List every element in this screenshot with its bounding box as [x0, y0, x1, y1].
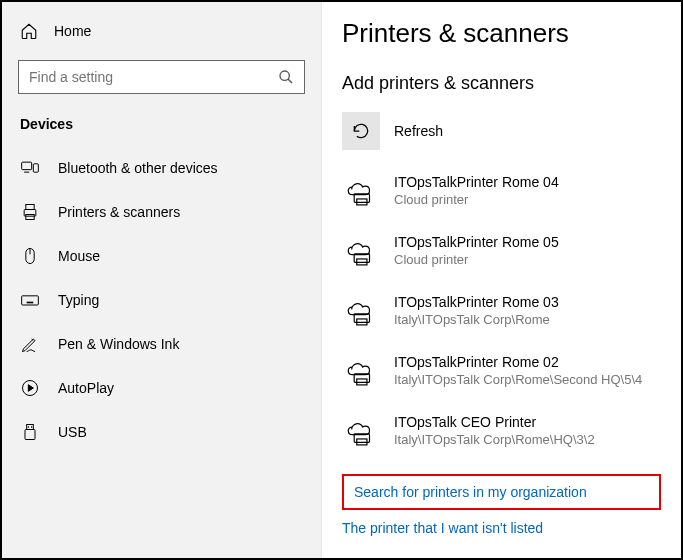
section-title: Add printers & scanners — [342, 73, 661, 94]
svg-rect-6 — [26, 205, 34, 210]
svg-rect-2 — [22, 162, 32, 170]
category-heading: Devices — [2, 112, 321, 146]
printer-card[interactable]: ITOpsTalkPrinter Rome 05Cloud printer — [342, 234, 661, 272]
svg-rect-10 — [22, 296, 39, 305]
devices-icon — [20, 158, 40, 178]
search-input[interactable] — [29, 69, 278, 85]
printer-sub: Italy\ITOpsTalk Corp\Rome\HQ\3\2 — [394, 432, 595, 447]
printer-name: ITOpsTalkPrinter Rome 03 — [394, 294, 559, 310]
keyboard-icon — [20, 290, 40, 310]
page-title: Printers & scanners — [342, 18, 661, 49]
sidebar-item-label: Typing — [58, 292, 99, 308]
link-search-organization[interactable]: Search for printers in my organization — [354, 484, 649, 500]
printer-info: ITOpsTalkPrinter Rome 02Italy\ITOpsTalk … — [394, 354, 642, 387]
refresh-icon — [351, 121, 371, 141]
cloud-printer-icon — [342, 294, 380, 332]
printer-info: ITOpsTalkPrinter Rome 05Cloud printer — [394, 234, 559, 267]
printer-card[interactable]: ITOpsTalkPrinter Rome 02Italy\ITOpsTalk … — [342, 354, 661, 392]
printer-name: ITOpsTalkPrinter Rome 04 — [394, 174, 559, 190]
autoplay-icon — [20, 378, 40, 398]
sidebar-item-label: Bluetooth & other devices — [58, 160, 218, 176]
sidebar: Home Devices Bluetooth & other devices P… — [2, 2, 322, 558]
sidebar-item-autoplay[interactable]: AutoPlay — [2, 366, 321, 410]
cloud-printer-icon — [342, 174, 380, 212]
refresh-label: Refresh — [394, 123, 443, 139]
printer-sub: Italy\ITOpsTalk Corp\Rome — [394, 312, 559, 327]
svg-marker-17 — [28, 385, 33, 392]
home-icon — [20, 22, 38, 40]
search-icon — [278, 69, 294, 85]
usb-icon — [20, 422, 40, 442]
printer-card[interactable]: ITOpsTalkPrinter Rome 03Italy\ITOpsTalk … — [342, 294, 661, 332]
sidebar-item-label: Pen & Windows Ink — [58, 336, 179, 352]
sidebar-item-label: Mouse — [58, 248, 100, 264]
sidebar-item-printers[interactable]: Printers & scanners — [2, 190, 321, 234]
sidebar-item-mouse[interactable]: Mouse — [2, 234, 321, 278]
printer-name: ITOpsTalkPrinter Rome 05 — [394, 234, 559, 250]
cloud-printer-icon — [342, 234, 380, 272]
home-label: Home — [54, 23, 91, 39]
highlight-box: Search for printers in my organization — [342, 474, 661, 510]
link-not-listed[interactable]: The printer that I want isn't listed — [342, 520, 661, 536]
svg-line-1 — [288, 79, 292, 83]
svg-rect-19 — [25, 430, 35, 440]
sidebar-item-label: USB — [58, 424, 87, 440]
main-content: Printers & scanners Add printers & scann… — [322, 2, 681, 558]
printer-name: ITOpsTalkPrinter Rome 02 — [394, 354, 642, 370]
pen-icon — [20, 334, 40, 354]
printer-info: ITOpsTalkPrinter Rome 03Italy\ITOpsTalk … — [394, 294, 559, 327]
sidebar-item-label: Printers & scanners — [58, 204, 180, 220]
svg-rect-3 — [33, 164, 38, 172]
printer-info: ITOpsTalk CEO PrinterItaly\ITOpsTalk Cor… — [394, 414, 595, 447]
printer-name: ITOpsTalk CEO Printer — [394, 414, 595, 430]
printer-info: ITOpsTalkPrinter Rome 04Cloud printer — [394, 174, 559, 207]
sidebar-item-usb[interactable]: USB — [2, 410, 321, 454]
sidebar-item-label: AutoPlay — [58, 380, 114, 396]
svg-rect-7 — [26, 215, 34, 220]
refresh-button[interactable] — [342, 112, 380, 150]
sidebar-item-bluetooth[interactable]: Bluetooth & other devices — [2, 146, 321, 190]
printer-sub: Cloud printer — [394, 252, 559, 267]
home-nav[interactable]: Home — [2, 14, 321, 48]
cloud-printer-icon — [342, 354, 380, 392]
refresh-row: Refresh — [342, 112, 661, 150]
printer-sub: Italy\ITOpsTalk Corp\Rome\Second HQ\5\4 — [394, 372, 642, 387]
sidebar-item-pen[interactable]: Pen & Windows Ink — [2, 322, 321, 366]
sidebar-item-typing[interactable]: Typing — [2, 278, 321, 322]
printer-icon — [20, 202, 40, 222]
printer-sub: Cloud printer — [394, 192, 559, 207]
printer-card[interactable]: ITOpsTalkPrinter Rome 04Cloud printer — [342, 174, 661, 212]
svg-point-0 — [280, 71, 289, 80]
mouse-icon — [20, 246, 40, 266]
search-box[interactable] — [18, 60, 305, 94]
cloud-printer-icon — [342, 414, 380, 452]
svg-rect-18 — [27, 425, 34, 430]
printer-card[interactable]: ITOpsTalk CEO PrinterItaly\ITOpsTalk Cor… — [342, 414, 661, 452]
